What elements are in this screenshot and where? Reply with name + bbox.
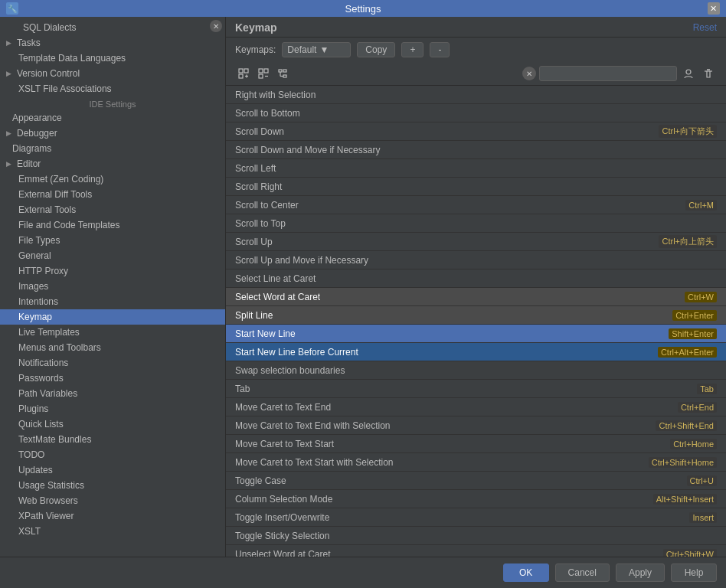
sidebar-item-images[interactable]: Images — [0, 279, 225, 294]
table-row[interactable]: Swap selection boundaries — [226, 361, 726, 380]
copy-button[interactable]: Copy — [357, 42, 395, 57]
table-row[interactable]: Select Line at Caret — [226, 270, 726, 288]
sidebar-item-todo[interactable]: TODO — [0, 447, 225, 462]
sidebar-item-appearance[interactable]: Appearance — [0, 110, 225, 126]
sidebar-item-external-diff-tools[interactable]: External Diff Tools — [0, 187, 225, 202]
sidebar-item-label: Diagrams — [12, 143, 51, 154]
sidebar-item-general[interactable]: General — [0, 248, 225, 263]
svg-rect-9 — [279, 70, 282, 72]
search-input[interactable] — [539, 66, 677, 81]
action-label: Scroll Up and Move if Necessary — [235, 255, 717, 266]
remove-button[interactable]: - — [430, 42, 450, 57]
sidebar-item-template-data-languages[interactable]: Template Data Languages — [0, 51, 225, 66]
action-label: Column Selection Mode — [235, 494, 653, 505]
action-label: Scroll to Bottom — [235, 108, 717, 119]
expand-all-button[interactable] — [235, 65, 252, 82]
shortcut-label: Ctrl+Home — [670, 439, 717, 449]
table-row[interactable]: Move Caret to Text End Ctrl+End — [226, 398, 726, 416]
table-row[interactable]: Scroll Down Ctrl+向下箭头 — [226, 122, 726, 141]
sidebar-item-file-code-templates[interactable]: File and Code Templates — [0, 217, 225, 233]
toolbar-row: ✕ — [226, 62, 726, 86]
sidebar-item-path-variables[interactable]: Path Variables — [0, 386, 225, 401]
table-row[interactable]: Toggle Case Ctrl+U — [226, 472, 726, 490]
cancel-button[interactable]: Cancel — [555, 564, 610, 582]
table-row[interactable]: Scroll Right — [226, 178, 726, 196]
table-row[interactable]: Right with Selection x — [226, 86, 726, 104]
sidebar-item-usage-statistics[interactable]: Usage Statistics — [0, 478, 225, 493]
shortcut-label: Ctrl+Alt+Enter — [658, 347, 717, 358]
window-close-button[interactable]: ✕ — [708, 2, 720, 15]
sidebar-item-notifications[interactable]: Notifications — [0, 355, 225, 371]
sidebar-item-editor[interactable]: ▶ Editor — [0, 156, 225, 172]
sidebar-item-live-templates[interactable]: Live Templates — [0, 325, 225, 340]
shortcut-label: Ctrl+Shift+Home — [649, 457, 717, 468]
sidebar-item-label: Keymap — [18, 312, 52, 322]
sidebar-item-xslt-file-associations[interactable]: XSLT File Associations — [0, 81, 225, 96]
table-row[interactable]: Scroll to Bottom — [226, 104, 726, 122]
table-row-select-word[interactable]: Select Word at Caret Ctrl+W — [226, 288, 726, 306]
sidebar-item-passwords[interactable]: Passwords — [0, 371, 225, 386]
sidebar-item-debugger[interactable]: ▶ Debugger — [0, 126, 225, 141]
sidebar-item-emmet[interactable]: Emmet (Zen Coding) — [0, 172, 225, 187]
sidebar-item-label: XPath Viewer — [18, 511, 74, 521]
table-row[interactable]: Scroll Up Ctrl+向上箭头 — [226, 233, 726, 251]
keymaps-bar: Keymaps: Default ▼ Copy + - — [226, 38, 726, 62]
table-row[interactable]: Scroll Down and Move if Necessary — [226, 141, 726, 159]
sidebar-item-web-browsers[interactable]: Web Browsers — [0, 493, 225, 508]
sidebar-item-file-types[interactable]: File Types — [0, 233, 225, 248]
sidebar-item-label: Emmet (Zen Coding) — [18, 174, 103, 185]
sidebar-item-diagrams[interactable]: Diagrams — [0, 141, 225, 156]
delete-shortcut-button[interactable] — [700, 65, 717, 82]
add-button[interactable]: + — [401, 42, 424, 57]
sidebar-item-label: TODO — [18, 449, 44, 460]
sidebar-close-button[interactable]: ✕ — [210, 20, 222, 32]
app-icon: 🔧 — [6, 2, 18, 15]
table-row[interactable]: Column Selection Mode Alt+Shift+Insert — [226, 490, 726, 508]
table-row[interactable]: Scroll to Top — [226, 214, 726, 233]
table-row[interactable]: Unselect Word at Caret Ctrl+Shift+W — [226, 545, 726, 557]
sidebar-item-sql-dialects[interactable]: SQL Dialects — [0, 20, 225, 35]
action-label: Scroll to Top — [235, 218, 717, 229]
table-row-split-line[interactable]: Split Line Ctrl+Enter — [226, 306, 726, 325]
collapse-all-button[interactable] — [255, 65, 272, 82]
sidebar-item-version-control[interactable]: ▶ Version Control — [0, 66, 225, 81]
sidebar-item-xslt[interactable]: XSLT — [0, 524, 225, 539]
sidebar-item-textmate-bundles[interactable]: TextMate Bundles — [0, 432, 225, 447]
sidebar-item-http-proxy[interactable]: HTTP Proxy — [0, 263, 225, 279]
search-clear-button[interactable]: ✕ — [522, 67, 536, 80]
sidebar-item-xpath-viewer[interactable]: XPath Viewer — [0, 508, 225, 524]
table-row[interactable]: Toggle Insert/Overwrite Insert — [226, 508, 726, 527]
title-bar-left: 🔧 — [6, 2, 18, 15]
table-row-start-new-line[interactable]: Start New Line Shift+Enter — [226, 325, 726, 343]
table-row[interactable]: Move Caret to Text End with Selection Ct… — [226, 416, 726, 435]
ok-button[interactable]: OK — [503, 564, 549, 582]
sidebar-item-menus-toolbars[interactable]: Menus and Toolbars — [0, 340, 225, 355]
table-row[interactable]: Scroll Up and Move if Necessary — [226, 251, 726, 270]
table-row[interactable]: Move Caret to Text Start Ctrl+Home — [226, 435, 726, 453]
help-button[interactable]: Help — [671, 564, 717, 582]
sidebar-item-keymap[interactable]: Keymap — [0, 309, 225, 325]
table-row[interactable]: Tab Tab — [226, 380, 726, 398]
sidebar-item-label: XSLT File Associations — [18, 83, 112, 94]
sidebar-item-quick-lists[interactable]: Quick Lists — [0, 416, 225, 432]
title-bar: 🔧 Settings ✕ — [0, 0, 726, 17]
sidebar-item-tasks[interactable]: ▶ Tasks — [0, 35, 225, 51]
search-options-button[interactable] — [680, 65, 697, 82]
table-row[interactable]: Toggle Sticky Selection — [226, 527, 726, 545]
sidebar-item-intentions[interactable]: Intentions — [0, 294, 225, 309]
sidebar-item-updates[interactable]: Updates — [0, 462, 225, 478]
table-row[interactable]: Scroll Left — [226, 159, 726, 178]
keymap-select[interactable]: Default ▼ — [282, 42, 351, 57]
table-row[interactable]: Scroll to Center Ctrl+M — [226, 196, 726, 214]
table-row[interactable]: Move Caret to Text Start with Selection … — [226, 453, 726, 472]
sidebar-item-label: External Diff Tools — [18, 189, 92, 200]
apply-button[interactable]: Apply — [616, 564, 665, 582]
table-row-start-new-line-before-current[interactable]: Start New Line Before Current Ctrl+Alt+E… — [226, 343, 726, 361]
expand-all-icon — [238, 68, 249, 79]
tree-view-button[interactable] — [275, 65, 292, 82]
sidebar-item-plugins[interactable]: Plugins — [0, 401, 225, 416]
dropdown-arrow-icon: ▼ — [319, 44, 329, 55]
sidebar-item-label: External Tools — [18, 204, 76, 215]
sidebar-item-external-tools[interactable]: External Tools — [0, 202, 225, 217]
reset-button[interactable]: Reset — [693, 22, 717, 33]
